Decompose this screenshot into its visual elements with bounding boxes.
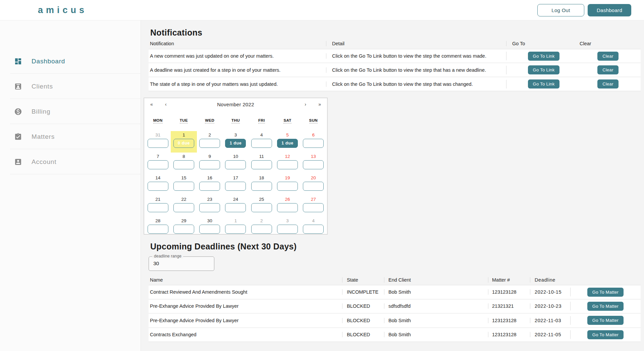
- calendar-day-due-box[interactable]: [225, 203, 246, 212]
- go-to-matter-button[interactable]: Go To Matter: [587, 288, 624, 297]
- log-out-button[interactable]: Log Out: [537, 4, 584, 16]
- calendar-day-due-box[interactable]: [303, 225, 324, 234]
- calendar-day[interactable]: 11: [249, 153, 274, 174]
- sidebar-item-clients[interactable]: Clients: [0, 74, 141, 99]
- calendar-day[interactable]: 30: [197, 217, 223, 238]
- calendar-day-due-box[interactable]: [251, 182, 272, 191]
- deadline-range-input[interactable]: [153, 260, 207, 267]
- deadline-end-client: Bob Smith: [384, 332, 488, 337]
- calendar-day[interactable]: 6: [301, 131, 326, 153]
- calendar-day-due-box[interactable]: [303, 139, 324, 148]
- calendar-day-due-box[interactable]: 1 due: [225, 139, 246, 148]
- calendar-day-due-box[interactable]: [199, 160, 220, 169]
- calendar-day[interactable]: 14: [145, 174, 171, 195]
- calendar-day[interactable]: 7: [145, 153, 171, 174]
- go-to-matter-button[interactable]: Go To Matter: [587, 330, 624, 339]
- calendar-prev-icon[interactable]: ‹: [163, 101, 169, 108]
- calendar-day-due-box[interactable]: [173, 203, 194, 212]
- calendar-day[interactable]: 51 due: [274, 131, 300, 153]
- calendar-day[interactable]: 16: [197, 174, 223, 195]
- calendar-day-due-box[interactable]: 1 due: [277, 139, 298, 148]
- calendar-day-due-box[interactable]: [225, 160, 246, 169]
- calendar-day[interactable]: 13: [301, 153, 326, 174]
- sidebar-item-matters[interactable]: Matters: [0, 124, 141, 149]
- calendar-day[interactable]: 22: [171, 195, 197, 217]
- sidebar-item-account[interactable]: Account: [0, 149, 141, 174]
- top-header: amicus Log Out Dashboard: [0, 0, 644, 20]
- calendar-day[interactable]: 9: [197, 153, 223, 174]
- calendar-day[interactable]: 27: [301, 195, 326, 217]
- calendar-day-due-box[interactable]: [148, 160, 168, 169]
- calendar-day-number: 21: [145, 196, 171, 202]
- calendar-day[interactable]: 31 due: [223, 131, 249, 153]
- go-to-link-button[interactable]: Go To Link: [528, 79, 560, 89]
- dashboard-button[interactable]: Dashboard: [588, 4, 631, 16]
- calendar-day-due-box[interactable]: [303, 182, 324, 191]
- calendar-day-due-box[interactable]: [303, 160, 324, 169]
- calendar-last-icon[interactable]: »: [316, 101, 323, 108]
- clear-button[interactable]: Clear: [597, 52, 619, 61]
- calendar-day[interactable]: 21: [145, 195, 171, 217]
- calendar-day-due-box[interactable]: [148, 139, 168, 148]
- calendar-first-icon[interactable]: «: [148, 101, 155, 108]
- calendar-day-due-box[interactable]: [199, 139, 220, 148]
- calendar-day[interactable]: 26: [274, 195, 300, 217]
- calendar-day[interactable]: 25: [249, 195, 274, 217]
- go-to-matter-button[interactable]: Go To Matter: [587, 316, 624, 325]
- go-to-link-button[interactable]: Go To Link: [528, 65, 560, 74]
- calendar-day-due-box[interactable]: [225, 225, 246, 234]
- calendar-day-due-box[interactable]: [277, 203, 298, 212]
- calendar-day[interactable]: 19: [274, 174, 300, 195]
- calendar-day-due-box[interactable]: [173, 225, 194, 234]
- calendar-day[interactable]: 28: [145, 217, 171, 238]
- calendar-day-due-box[interactable]: [199, 225, 220, 234]
- clear-button[interactable]: Clear: [597, 79, 619, 89]
- sidebar-item-label: Dashboard: [32, 58, 65, 65]
- calendar-day-due-box[interactable]: [277, 160, 298, 169]
- calendar-day-due-box[interactable]: [277, 225, 298, 234]
- calendar-day-due-box[interactable]: [148, 203, 168, 212]
- calendar-day[interactable]: 20: [301, 174, 326, 195]
- calendar-day-due-box[interactable]: [251, 203, 272, 212]
- calendar-day-due-box[interactable]: [251, 139, 272, 148]
- calendar-day[interactable]: 18: [249, 174, 274, 195]
- calendar-day[interactable]: 23: [197, 195, 223, 217]
- calendar-week-row: 78910111213: [145, 153, 326, 174]
- calendar-day[interactable]: 2: [197, 131, 223, 153]
- calendar-day[interactable]: 4: [301, 217, 326, 238]
- calendar-day-due-box[interactable]: [173, 182, 194, 191]
- go-to-matter-button[interactable]: Go To Matter: [587, 302, 624, 311]
- calendar-day[interactable]: 1: [223, 217, 249, 238]
- calendar-day-due-box[interactable]: [199, 182, 220, 191]
- clipboard-check-icon: [14, 133, 22, 141]
- sidebar-item-dashboard[interactable]: Dashboard: [0, 49, 141, 74]
- calendar-day-due-box[interactable]: 0 due: [173, 139, 194, 148]
- calendar-day[interactable]: 12: [274, 153, 300, 174]
- go-to-link-button[interactable]: Go To Link: [528, 52, 560, 61]
- calendar-day[interactable]: 10 due: [171, 131, 197, 153]
- calendar-day[interactable]: 10: [223, 153, 249, 174]
- calendar-day-due-box[interactable]: [148, 225, 168, 234]
- calendar-day[interactable]: 31: [145, 131, 171, 153]
- calendar-day-due-box[interactable]: [225, 182, 246, 191]
- calendar-day[interactable]: 8: [171, 153, 197, 174]
- calendar-day-due-box[interactable]: [277, 182, 298, 191]
- calendar-day-due-box[interactable]: [251, 160, 272, 169]
- calendar-day[interactable]: 29: [171, 217, 197, 238]
- notification-row: A deadline was just created for a step i…: [149, 63, 641, 77]
- calendar-day-due-box[interactable]: [199, 203, 220, 212]
- calendar-next-icon[interactable]: ›: [303, 101, 308, 108]
- calendar-day[interactable]: 2: [249, 217, 274, 238]
- calendar-day[interactable]: 4: [249, 131, 274, 153]
- calendar-day-due-box[interactable]: [303, 203, 324, 212]
- sidebar-item-billing[interactable]: Billing: [0, 99, 141, 124]
- notification-row: The state of a step in one of your matte…: [149, 77, 641, 91]
- calendar-day[interactable]: 15: [171, 174, 197, 195]
- clear-button[interactable]: Clear: [597, 65, 619, 74]
- calendar-day[interactable]: 24: [223, 195, 249, 217]
- calendar-day-due-box[interactable]: [148, 182, 168, 191]
- calendar-day[interactable]: 3: [274, 217, 300, 238]
- calendar-day-due-box[interactable]: [173, 160, 194, 169]
- calendar-day[interactable]: 17: [223, 174, 249, 195]
- calendar-day-due-box[interactable]: [251, 225, 272, 234]
